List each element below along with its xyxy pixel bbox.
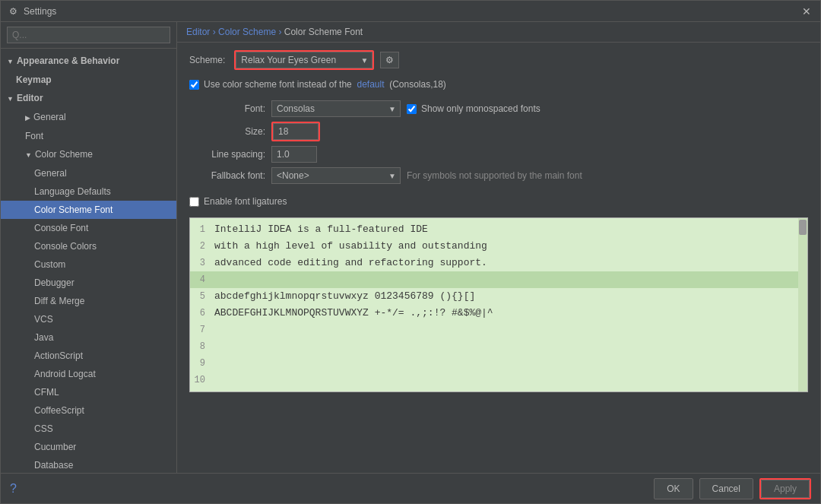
preview-scroll-thumb[interactable] [799,220,807,235]
use-scheme-font-label: Use color scheme font instead of the def… [204,79,446,90]
close-button[interactable]: ✕ [799,4,814,19]
main-content: ▼Appearance & BehaviorKeymap▼Editor▶Gene… [1,22,820,473]
size-input-wrapper [271,122,320,141]
preview-line: 1IntelliJ IDEA is a full-featured IDE [190,221,807,238]
footer-buttons: OK Cancel Apply [654,478,811,499]
sidebar-item-css[interactable]: CSS [1,420,176,438]
sidebar-item-appearance[interactable]: ▼Appearance & Behavior [1,52,176,71]
use-scheme-font-checkbox[interactable] [189,80,199,90]
breadcrumb-editor[interactable]: Editor [186,27,210,37]
sidebar-item-cs-font[interactable]: Color Scheme Font [1,201,176,219]
line-number: 2 [190,238,211,255]
breadcrumb-sep1: › [213,27,218,37]
title-bar: ⚙ Settings ✕ [1,1,820,22]
preview-line: 3advanced code editing and refactoring s… [190,255,807,271]
fallback-select[interactable]: <None> [271,167,401,184]
sidebar-item-editor[interactable]: ▼Editor [1,89,176,108]
ligatures-label: Enable font ligatures [204,196,287,207]
line-number: 9 [190,355,211,372]
sidebar-item-label: VCS [34,314,53,325]
preview-line: 5abcdefghijklmnopqrstuvwxyz 0123456789 (… [190,288,807,305]
sidebar-item-database[interactable]: Database [1,456,176,473]
search-input[interactable] [7,27,170,43]
line-number: 10 [190,372,211,388]
scheme-select-wrapper: Relax Your Eyes GreenDefaultDarculaHigh … [234,50,374,70]
cancel-button[interactable]: Cancel [699,478,753,499]
sidebar-item-console-font[interactable]: Console Font [1,219,176,237]
font-settings-grid: Font: ConsolasArialCourier NewMonospace … [189,100,808,184]
scheme-label: Scheme: [189,55,225,65]
line-number: 6 [190,305,211,322]
size-control-row [271,122,808,141]
line-spacing-input[interactable] [271,146,317,163]
preview-line: 4 [190,271,807,288]
sidebar-item-font[interactable]: Font [1,127,176,145]
window-title: Settings [24,6,799,17]
sidebar-item-keymap[interactable]: Keymap [1,71,176,89]
line-code [211,355,214,372]
line-code: advanced code editing and refactoring su… [211,255,487,271]
preview-line: 9 [190,355,807,372]
sidebar-item-cs-general[interactable]: General [1,164,176,182]
ligatures-checkbox[interactable] [189,197,199,207]
sidebar-item-label: Custom [34,259,65,270]
sidebar-item-label: Color Scheme Font [34,204,113,215]
sidebar-item-label: Editor [17,93,43,103]
sidebar-item-color-scheme[interactable]: ▼Color Scheme [1,145,176,164]
sidebar-item-vcs[interactable]: VCS [1,310,176,328]
font-select-wrapper: ConsolasArialCourier NewMonospace ▼ [271,100,401,117]
line-number: 8 [190,338,211,355]
sidebar-item-coffeescript[interactable]: CoffeeScript [1,401,176,420]
sidebar-item-lang-defaults[interactable]: Language Defaults [1,182,176,201]
line-code: IntelliJ IDEA is a full-featured IDE [211,221,428,238]
preview-line: 10 [190,372,807,388]
sidebar: ▼Appearance & BehaviorKeymap▼Editor▶Gene… [1,22,177,473]
sidebar-item-console-colors[interactable]: Console Colors [1,237,176,255]
use-scheme-font-row: Use color scheme font instead of the def… [189,79,808,90]
mono-label: Show only monospaced fonts [421,103,540,114]
sidebar-item-cfml[interactable]: CFML [1,383,176,401]
sidebar-item-diff-merge[interactable]: Diff & Merge [1,292,176,310]
sidebar-item-general[interactable]: ▶General [1,108,176,127]
sidebar-item-label: CSS [34,423,53,434]
preview-scrollbar[interactable] [798,218,807,391]
sidebar-item-label: Color Scheme [35,149,93,160]
settings-tree: ▼Appearance & BehaviorKeymap▼Editor▶Gene… [1,49,176,473]
sidebar-item-cucumber[interactable]: Cucumber [1,438,176,456]
sidebar-item-custom[interactable]: Custom [1,255,176,274]
mono-checkbox-row: Show only monospaced fonts [407,103,540,114]
sidebar-item-android-logcat[interactable]: Android Logcat [1,365,176,383]
arrow-icon: ▼ [7,95,14,103]
sidebar-item-label: Keymap [16,74,52,85]
help-button[interactable]: ? [10,482,17,496]
default-font-link[interactable]: default [357,79,384,90]
sidebar-item-label: CoffeeScript [34,405,84,416]
fallback-label: Fallback font: [189,170,265,181]
mono-checkbox[interactable] [407,104,417,114]
scheme-select-container: Relax Your Eyes GreenDefaultDarculaHigh … [236,52,372,68]
preview-line: 7 [190,322,807,338]
settings-panel: Scheme: Relax Your Eyes GreenDefaultDarc… [177,43,820,473]
size-input[interactable] [273,123,319,140]
scheme-select[interactable]: Relax Your Eyes GreenDefaultDarculaHigh … [236,52,372,68]
font-select[interactable]: ConsolasArialCourier NewMonospace [271,100,401,117]
sidebar-item-actionscript[interactable]: ActionScript [1,347,176,365]
line-code [211,372,214,388]
sidebar-item-label: ActionScript [34,350,83,361]
arrow-icon: ▼ [25,151,32,159]
fallback-hint: For symbols not supported by the main fo… [407,170,582,181]
font-label: Font: [189,103,265,114]
sidebar-item-label: Language Defaults [34,186,111,197]
line-number: 7 [190,322,211,338]
line-number: 5 [190,288,211,305]
breadcrumb-sep2: › [278,27,284,37]
sidebar-item-debugger[interactable]: Debugger [1,274,176,292]
scheme-gear-button[interactable]: ⚙ [380,52,399,68]
apply-button[interactable]: Apply [761,480,810,498]
sidebar-item-java[interactable]: Java [1,328,176,347]
breadcrumb: Editor › Color Scheme › Color Scheme Fon… [177,22,820,43]
ok-button[interactable]: OK [654,478,693,499]
breadcrumb-color-scheme[interactable]: Color Scheme [218,27,276,37]
sidebar-item-label: General [34,168,67,179]
sidebar-item-label: CFML [34,387,59,398]
